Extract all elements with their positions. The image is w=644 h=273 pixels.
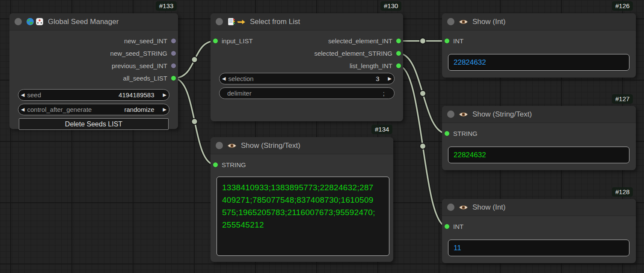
decrement-arrow-icon[interactable]: ◀ bbox=[18, 107, 27, 112]
output-slot-dot[interactable] bbox=[396, 51, 401, 56]
node-id-badge: #134 bbox=[371, 125, 392, 134]
node-titlebar[interactable]: Show (Int) bbox=[442, 199, 636, 216]
output-slot-previous-seed-int: previous_seed_INT bbox=[9, 60, 178, 72]
control-after-generate-value: randomize bbox=[124, 106, 154, 113]
node-id-badge: #126 bbox=[612, 1, 633, 11]
link-midpoint-dot bbox=[420, 90, 426, 96]
link-midpoint-dot bbox=[192, 119, 198, 125]
node-id-badge: #130 bbox=[380, 1, 401, 11]
delimiter-value: ; bbox=[383, 90, 385, 97]
decrement-arrow-icon[interactable]: ◀ bbox=[220, 76, 228, 81]
node-graph-canvas[interactable]: #133 #130 #126 #127 #128 #134 Global See… bbox=[0, 0, 644, 273]
collapse-toggle[interactable] bbox=[216, 142, 223, 149]
collapse-toggle[interactable] bbox=[447, 111, 454, 118]
selection-widget[interactable]: ◀ selection 3 ▶ bbox=[219, 73, 395, 84]
node-titlebar[interactable]: Select from List bbox=[211, 13, 403, 30]
seed-widget[interactable]: ◀ seed 4194189583 ▶ bbox=[18, 89, 169, 101]
bookmark-tabs-icon bbox=[227, 18, 235, 26]
node-titlebar[interactable]: Global Seed Manager bbox=[9, 13, 178, 30]
node-show-string-134[interactable]: Show (String/Text) STRING 1338410933;138… bbox=[211, 137, 393, 262]
selection-value: 3 bbox=[376, 75, 379, 82]
int-value: 22824632 bbox=[454, 58, 486, 67]
output-slot-dot[interactable] bbox=[396, 38, 401, 44]
output-slot-selected-element-int: selected_element_INT bbox=[328, 37, 401, 45]
int-value: 11 bbox=[454, 244, 461, 252]
node-title: Show (Int) bbox=[472, 18, 505, 26]
dice-icon bbox=[36, 18, 44, 26]
link-midpoint-dot bbox=[192, 57, 198, 63]
collapse-toggle[interactable] bbox=[447, 204, 454, 211]
input-slot-int: INT bbox=[442, 35, 636, 47]
value-display-box[interactable]: 11 bbox=[448, 240, 629, 256]
input-slot-string: STRING bbox=[211, 159, 393, 171]
pointing-hand-icon bbox=[237, 18, 246, 26]
output-slot-dot[interactable] bbox=[171, 63, 176, 69]
node-select-from-list[interactable]: Select from List input_LIST selected_ele… bbox=[211, 13, 403, 121]
output-slot-dot[interactable] bbox=[396, 63, 401, 69]
globe-icon bbox=[26, 18, 34, 26]
input-slot-dot[interactable] bbox=[213, 162, 218, 168]
delete-seeds-list-button[interactable]: Delete Seeds LIST bbox=[19, 118, 169, 130]
node-title: Show (String/Text) bbox=[472, 110, 532, 119]
input-slot-dot[interactable] bbox=[444, 38, 450, 44]
control-after-generate-widget[interactable]: ◀ control_after_generate randomize ▶ bbox=[18, 104, 169, 115]
eye-icon bbox=[459, 204, 468, 211]
input-slot-dot[interactable] bbox=[213, 38, 218, 44]
link-midpoint-dot bbox=[420, 143, 426, 149]
node-show-string-127[interactable]: Show (String/Text) STRING 22824632 bbox=[442, 106, 636, 170]
value-display-textarea[interactable]: 1338410933;1383895773;22824632;287409271… bbox=[217, 177, 389, 256]
collapse-toggle[interactable] bbox=[216, 18, 223, 25]
input-slot-dot[interactable] bbox=[444, 224, 450, 229]
node-id-badge: #133 bbox=[156, 1, 177, 11]
increment-arrow-icon[interactable]: ▶ bbox=[160, 107, 169, 112]
decrement-arrow-icon[interactable]: ◀ bbox=[18, 92, 27, 98]
link-midpoint-dot bbox=[420, 38, 426, 44]
output-slot-list-length-int: list_length_INT bbox=[211, 60, 403, 72]
input-slot-input-list: input_LIST bbox=[213, 37, 253, 45]
delimiter-widget[interactable]: delimiter ; bbox=[219, 87, 395, 99]
output-slot-dot[interactable] bbox=[171, 38, 176, 44]
output-slot-all-seeds-list: all_seeds_LIST bbox=[9, 72, 178, 84]
eye-icon bbox=[227, 142, 237, 149]
node-title: Show (Int) bbox=[472, 203, 505, 212]
output-slot-selected-element-string: selected_element_STRING bbox=[211, 47, 403, 60]
node-global-seed-manager[interactable]: Global Seed Manager new_seed_INT new_see… bbox=[9, 13, 178, 129]
collapse-toggle[interactable] bbox=[15, 18, 22, 25]
collapse-toggle[interactable] bbox=[447, 18, 454, 25]
node-show-int-128[interactable]: Show (Int) INT 11 bbox=[442, 199, 636, 263]
node-titlebar[interactable]: Show (Int) bbox=[442, 13, 636, 30]
input-slot-dot[interactable] bbox=[444, 131, 450, 136]
value-display-box[interactable]: 22824632 bbox=[448, 54, 629, 71]
eye-icon bbox=[459, 111, 468, 118]
increment-arrow-icon[interactable]: ▶ bbox=[386, 76, 394, 81]
input-slot-string: STRING bbox=[442, 127, 636, 140]
output-slot-dot[interactable] bbox=[171, 75, 176, 81]
string-value: 22824632 bbox=[454, 151, 486, 159]
node-title: Show (String/Text) bbox=[241, 141, 300, 150]
string-list-value: 1338410933;1383895773;22824632;287409271… bbox=[222, 181, 375, 231]
node-titlebar[interactable]: Show (String/Text) bbox=[442, 106, 636, 123]
output-slot-dot[interactable] bbox=[171, 51, 176, 56]
seed-value: 4194189583 bbox=[119, 91, 154, 99]
input-slot-int: INT bbox=[442, 220, 636, 233]
node-id-badge: #127 bbox=[612, 94, 633, 104]
value-display-box[interactable]: 22824632 bbox=[448, 147, 629, 163]
increment-arrow-icon[interactable]: ▶ bbox=[160, 92, 169, 98]
node-title: Select from List bbox=[250, 18, 300, 26]
node-title: Global Seed Manager bbox=[48, 18, 119, 26]
node-show-int-126[interactable]: Show (Int) INT 22824632 bbox=[442, 13, 636, 78]
eye-icon bbox=[459, 18, 468, 25]
node-titlebar[interactable]: Show (String/Text) bbox=[211, 137, 393, 154]
node-id-badge: #128 bbox=[612, 187, 633, 197]
output-slot-new-seed-int: new_seed_INT bbox=[9, 35, 178, 47]
output-slot-new-seed-string: new_seed_STRING bbox=[9, 47, 178, 60]
